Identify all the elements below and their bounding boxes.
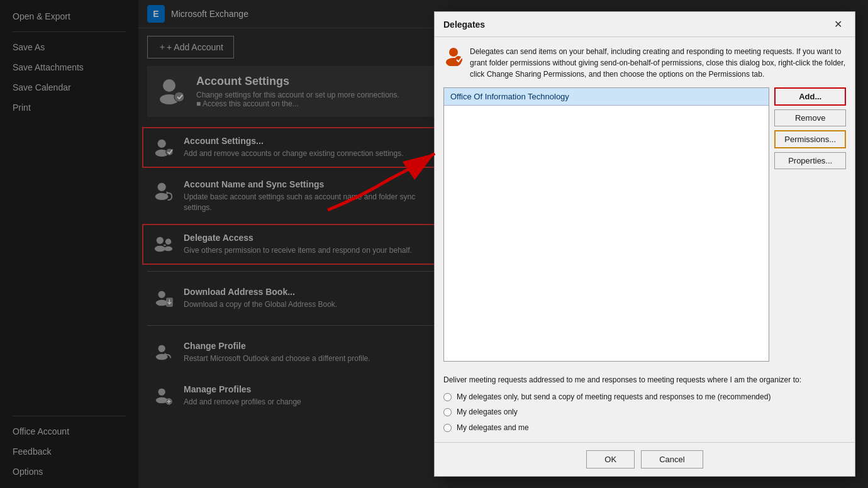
delegates-buttons: Add... Remove Permissions... Properties.… bbox=[774, 87, 846, 362]
dialog-info-text: Delegates can send items on your behalf,… bbox=[470, 46, 846, 80]
dialog-titlebar: Delegates ✕ bbox=[435, 12, 855, 37]
permissions-button[interactable]: Permissions... bbox=[774, 130, 846, 148]
delegates-dialog: Delegates ✕ Delegates can send items on … bbox=[434, 11, 855, 477]
radio-delegates-only-copy[interactable] bbox=[443, 393, 452, 401]
properties-button[interactable]: Properties... bbox=[774, 152, 846, 169]
remove-delegate-button[interactable]: Remove bbox=[774, 109, 846, 126]
meeting-requests-label: Deliver meeting requests addressed to me… bbox=[443, 374, 846, 385]
dialog-close-button[interactable]: ✕ bbox=[830, 17, 846, 31]
radio-group: My delegates only, but send a copy of me… bbox=[443, 392, 846, 433]
radio-label-delegates-only-copy: My delegates only, but send a copy of me… bbox=[457, 392, 771, 402]
cancel-button[interactable]: Cancel bbox=[641, 450, 703, 469]
add-delegate-button[interactable]: Add... bbox=[774, 87, 846, 106]
radio-label-delegates-only: My delegates only bbox=[457, 407, 518, 418]
delegates-section: Office Of Information Technology Add... … bbox=[443, 87, 846, 362]
radio-delegates-and-me[interactable] bbox=[443, 424, 452, 432]
dialog-overlay: Delegates ✕ Delegates can send items on … bbox=[0, 0, 868, 488]
radio-label-delegates-and-me: My delegates and me bbox=[457, 423, 529, 433]
delegates-list: Office Of Information Technology bbox=[443, 87, 769, 362]
ok-button[interactable]: OK bbox=[586, 450, 635, 469]
meeting-requests-section: Deliver meeting requests addressed to me… bbox=[443, 374, 846, 433]
radio-item-delegates-only: My delegates only bbox=[443, 407, 846, 418]
dialog-title: Delegates bbox=[443, 19, 485, 30]
delegates-list-container: Office Of Information Technology bbox=[443, 87, 769, 362]
radio-item-delegates-only-copy: My delegates only, but send a copy of me… bbox=[443, 392, 846, 402]
dialog-body: Delegates can send items on your behalf,… bbox=[435, 37, 855, 442]
dialog-footer: OK Cancel bbox=[435, 442, 855, 476]
svg-point-24 bbox=[449, 48, 458, 57]
dialog-info: Delegates can send items on your behalf,… bbox=[443, 46, 846, 80]
delegate-item[interactable]: Office Of Information Technology bbox=[444, 88, 769, 106]
radio-item-delegates-and-me: My delegates and me bbox=[443, 423, 846, 433]
radio-delegates-only[interactable] bbox=[443, 408, 452, 416]
delegates-info-icon bbox=[443, 46, 464, 66]
